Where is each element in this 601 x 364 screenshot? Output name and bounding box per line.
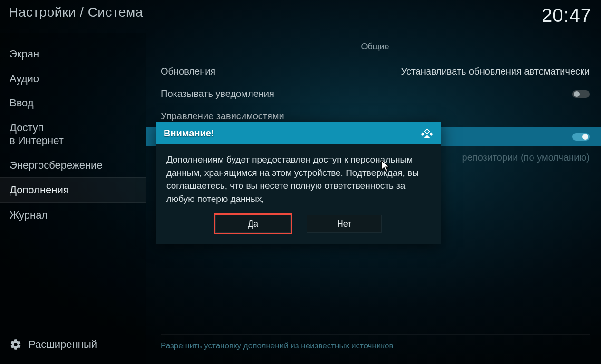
sidebar-item-label: Доступ в Интернет <box>10 122 64 147</box>
sidebar: Экран Аудио Ввод Доступ в Интернет Энерг… <box>0 33 146 364</box>
hint-text: Разрешить установку дополнений из неизве… <box>161 334 590 351</box>
setting-updates[interactable]: Обновления Устанавливать обновления авто… <box>161 60 590 83</box>
sidebar-item-label: Журнал <box>10 209 48 221</box>
sidebar-item-label: Экран <box>10 48 39 60</box>
dialog-header: Внимание! <box>156 122 441 144</box>
sidebar-item-label: Дополнения <box>10 184 69 196</box>
setting-notifications[interactable]: Показывать уведомления <box>161 83 590 105</box>
kodi-logo-icon <box>420 126 434 140</box>
sidebar-item-input[interactable]: Ввод <box>0 91 146 115</box>
button-label: Да <box>248 219 258 229</box>
clock: 20:47 <box>542 5 591 26</box>
sidebar-item-label: Аудио <box>10 73 39 85</box>
sidebar-item-label: Энергосбережение <box>10 159 103 171</box>
setting-label: Показывать уведомления <box>161 88 274 99</box>
sidebar-item-power[interactable]: Энергосбережение <box>0 153 146 178</box>
dialog-body: Дополнениям будет предоставлен доступ к … <box>156 144 441 210</box>
dialog-actions: Да Нет <box>156 210 441 244</box>
yes-button[interactable]: Да <box>215 215 291 233</box>
dialog-title: Внимание! <box>164 128 214 139</box>
sidebar-item-audio[interactable]: Аудио <box>0 67 146 91</box>
sidebar-item-internet[interactable]: Доступ в Интернет <box>0 115 146 153</box>
setting-value: репозитории (по умолчанию) <box>462 152 590 163</box>
setting-label: Управление зависимостями <box>161 111 284 122</box>
warning-dialog: Внимание! Дополнениям будет предоставлен… <box>156 122 441 244</box>
sidebar-item-addons[interactable]: Дополнения <box>0 177 146 203</box>
sidebar-item-display[interactable]: Экран <box>0 42 146 67</box>
setting-value: Устанавливать обновления автоматически <box>401 66 590 77</box>
toggle-off-icon[interactable] <box>572 90 590 98</box>
sidebar-item-logging[interactable]: Журнал <box>0 203 146 228</box>
settings-level[interactable]: Расширенный <box>0 332 146 364</box>
header: Настройки / Система 20:47 <box>0 0 601 26</box>
gear-icon <box>10 338 22 351</box>
settings-level-label: Расширенный <box>29 338 97 351</box>
setting-label: Обновления <box>161 66 215 77</box>
sidebar-items: Экран Аудио Ввод Доступ в Интернет Энерг… <box>0 42 146 332</box>
section-title: Общие <box>161 42 590 52</box>
no-button[interactable]: Нет <box>307 215 382 233</box>
sidebar-item-label: Ввод <box>10 97 34 109</box>
toggle-on-icon[interactable] <box>572 133 590 141</box>
breadcrumb: Настройки / Система <box>9 5 143 20</box>
button-label: Нет <box>337 219 352 229</box>
